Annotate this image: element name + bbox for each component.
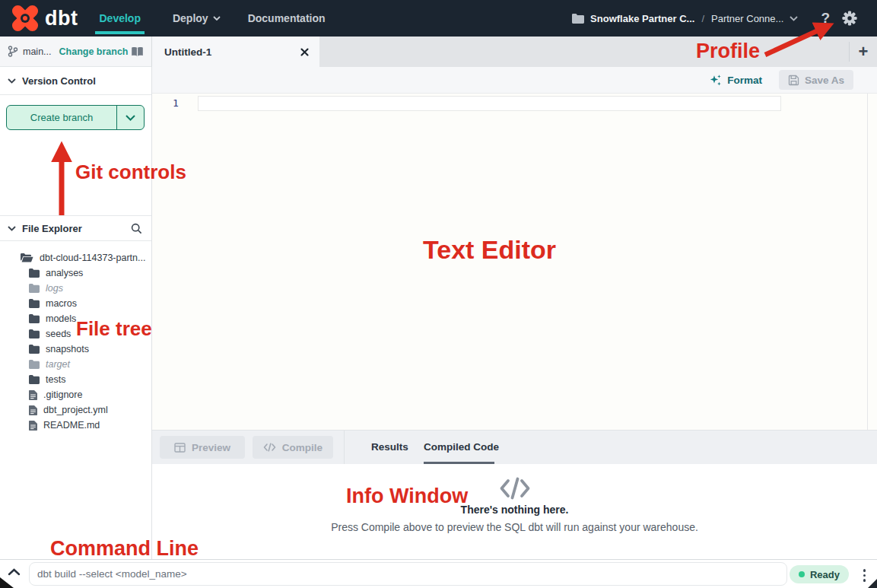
nav-documentation[interactable]: Documentation — [248, 12, 326, 24]
tab-untitled-1[interactable]: Untitled-1 — [152, 37, 319, 67]
command-bar: Ready — [0, 559, 877, 588]
file-tree: dbt-cloud-114373-partn... analyses logs … — [0, 250, 151, 433]
top-navbar: dbt Develop Deploy Documentation Snowfla… — [0, 0, 877, 37]
dbt-cloud-ide: dbt Develop Deploy Documentation Snowfla… — [0, 0, 877, 588]
new-tab-button[interactable]: + — [850, 37, 877, 67]
annotation-text-editor: Text Editor — [423, 235, 556, 265]
file-explorer-header[interactable]: File Explorer — [0, 215, 151, 241]
tree-item-folder[interactable]: analyses — [0, 265, 151, 281]
dbt-logo-icon — [11, 4, 40, 33]
chevron-down-icon — [213, 16, 221, 21]
tree-item-file[interactable]: .gitignore — [0, 387, 151, 402]
chevron-down-icon — [8, 78, 16, 84]
code-icon — [498, 476, 532, 501]
annotation-arrow-profile — [759, 18, 844, 62]
dbt-logo-text: dbt — [45, 7, 78, 30]
sidebar: Version Control Create branch File Explo… — [0, 67, 152, 559]
annotation-git-controls: Git controls — [75, 161, 186, 184]
code-icon — [263, 443, 276, 452]
annotation-info-window: Info Window — [346, 485, 468, 508]
folder-icon — [29, 269, 40, 278]
annotation-arrow-git — [49, 136, 75, 220]
save-as-button[interactable]: Save As — [779, 70, 853, 90]
nav-deploy[interactable]: Deploy — [173, 12, 221, 24]
line-number: 1 — [173, 97, 179, 109]
active-line[interactable] — [198, 96, 781, 111]
tree-item-folder[interactable]: target — [0, 357, 151, 372]
tree-item-folder[interactable]: logs — [0, 281, 151, 296]
version-control-header[interactable]: Version Control — [0, 67, 151, 95]
tree-item-file[interactable]: dbt_project.yml — [0, 402, 151, 418]
tree-item-folder[interactable]: macros — [0, 296, 151, 311]
info-window: There's nothing here. Press Compile abov… — [152, 464, 877, 559]
breadcrumb-project: Snowflake Partner C... — [590, 13, 694, 24]
empty-state-subtitle: Press Compile above to preview the SQL d… — [331, 521, 698, 533]
docs-book-icon[interactable] — [131, 46, 144, 57]
status-label: Ready — [810, 569, 840, 580]
change-branch-link[interactable]: Change branch — [59, 46, 129, 57]
new-tab-area: + — [849, 37, 877, 67]
editor-toolbar: Format Save As — [152, 67, 877, 94]
branch-bar: main... Change branch — [0, 37, 152, 67]
mouse-cursor — [0, 577, 14, 588]
tab-compiled-code[interactable]: Compiled Code — [424, 431, 499, 464]
annotation-command-line: Command Line — [50, 537, 199, 561]
folder-icon — [29, 345, 40, 354]
create-branch-label[interactable]: Create branch — [7, 106, 117, 129]
resize-grip-icon — [868, 579, 877, 588]
folder-icon — [572, 14, 584, 24]
format-button[interactable]: Format — [709, 74, 762, 87]
bottom-panel-header: Preview Compile Results Compiled Code — [152, 430, 877, 464]
divider — [344, 431, 345, 464]
tree-item-folder[interactable]: snapshots — [0, 342, 151, 357]
create-branch-dropdown[interactable] — [117, 106, 144, 129]
create-branch-button[interactable]: Create branch — [6, 105, 145, 130]
save-icon — [788, 75, 799, 86]
preview-button[interactable]: Preview — [160, 436, 245, 459]
scrollbar-track[interactable] — [867, 94, 868, 430]
file-icon — [29, 421, 37, 431]
file-icon — [29, 390, 37, 400]
dbt-logo[interactable]: dbt — [11, 4, 78, 33]
tree-item-folder[interactable]: tests — [0, 372, 151, 387]
breadcrumb-separator: / — [701, 13, 704, 24]
command-input[interactable] — [29, 562, 787, 586]
tab-results[interactable]: Results — [371, 431, 408, 464]
table-icon — [174, 443, 186, 453]
current-branch-label: main... — [23, 46, 52, 57]
sparkles-icon — [709, 74, 722, 87]
file-explorer-title: File Explorer — [22, 223, 82, 234]
gear-icon[interactable] — [842, 11, 857, 26]
folder-icon — [29, 375, 40, 384]
compile-button[interactable]: Compile — [253, 436, 333, 459]
folder-icon — [29, 329, 40, 338]
folder-open-icon — [21, 253, 33, 262]
tree-item-file[interactable]: README.md — [0, 418, 151, 433]
empty-state-title: There's nothing here. — [461, 504, 569, 516]
close-icon[interactable] — [300, 48, 309, 56]
folder-icon — [29, 360, 40, 369]
folder-icon — [29, 299, 40, 308]
file-icon — [29, 405, 37, 415]
git-branch-icon — [8, 46, 18, 57]
folder-icon — [29, 284, 40, 293]
status-dot — [799, 571, 805, 577]
chevron-down-icon — [126, 115, 135, 121]
tree-item-project-root[interactable]: dbt-cloud-114373-partn... — [0, 250, 151, 265]
chevron-up-icon[interactable] — [8, 568, 21, 576]
search-icon[interactable] — [131, 223, 142, 234]
tab-title: Untitled-1 — [164, 46, 211, 58]
annotation-file-tree: File tree — [76, 317, 152, 341]
folder-icon — [29, 314, 40, 323]
chevron-down-icon — [8, 226, 16, 231]
version-control-title: Version Control — [22, 75, 96, 87]
annotation-profile: Profile — [696, 40, 760, 63]
status-badge: Ready — [790, 565, 849, 583]
nav-develop[interactable]: Develop — [99, 12, 140, 24]
